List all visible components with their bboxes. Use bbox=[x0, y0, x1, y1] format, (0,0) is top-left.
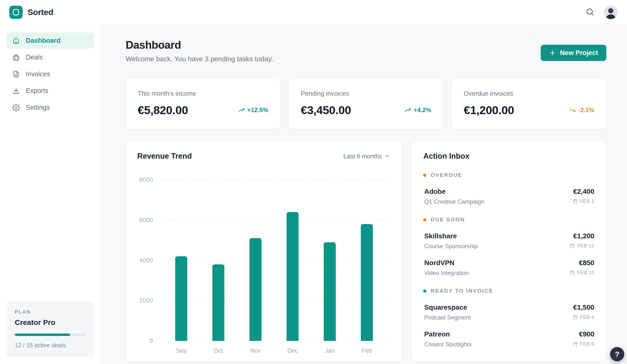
plan-progress-track bbox=[15, 333, 86, 336]
stat-card: Pending invoices€3,450.00+4.2% bbox=[289, 78, 443, 129]
calendar-icon bbox=[573, 341, 578, 347]
app-logo[interactable]: Sorted bbox=[9, 6, 53, 19]
calendar-icon bbox=[570, 243, 575, 248]
revenue-trend-title: Revenue Trend bbox=[137, 152, 192, 160]
inbox-item-adobe[interactable]: AdobeQ1 Creative Campaign€2,400FEB 1 bbox=[423, 188, 595, 205]
trending-up-icon bbox=[238, 107, 245, 114]
squircle-icon bbox=[9, 6, 23, 19]
stat-value: €1,200.00 bbox=[464, 103, 514, 117]
topbar-actions bbox=[585, 5, 618, 19]
app-root: Sorted DashboardDealsInvoicesEx bbox=[0, 0, 627, 364]
bar-slot: Nov bbox=[237, 180, 274, 341]
inbox-section-ready-to-invoice: READY TO INVOICESquarespacePodcast Segme… bbox=[423, 288, 595, 348]
help-button[interactable]: ? bbox=[610, 347, 624, 361]
bar-slot: Feb bbox=[348, 180, 386, 341]
page-header: Dashboard Welcome back. You have 3 pendi… bbox=[126, 39, 606, 63]
y-axis-tick: 4000 bbox=[137, 257, 153, 264]
inbox-item-skillshare[interactable]: SkillshareCourse Sponsorship€1,200FEB 12 bbox=[423, 232, 595, 250]
sidebar: DashboardDealsInvoicesExportsSettings PL… bbox=[0, 25, 101, 364]
inbox-item-left: AdobeQ1 Creative Campaign bbox=[424, 188, 484, 205]
settings-icon bbox=[12, 104, 20, 111]
inbox-section-overdue: OVERDUEAdobeQ1 Creative Campaign€2,400FE… bbox=[423, 172, 595, 205]
stat-card: This month's income€5,820.00+12.5% bbox=[126, 78, 280, 129]
inbox-item-left: NordVPNVideo Integration bbox=[424, 259, 469, 276]
revenue-panel-header: Revenue Trend Last 6 months bbox=[137, 152, 390, 160]
client-name: Squarespace bbox=[424, 304, 470, 311]
sidebar-item-label: Exports bbox=[26, 87, 49, 95]
due-date-text: FEB 1 bbox=[580, 198, 594, 204]
page-header-text: Dashboard Welcome back. You have 3 pendi… bbox=[126, 39, 273, 63]
due-date-text: FEB 15 bbox=[577, 269, 594, 275]
due-date: FEB 15 bbox=[570, 269, 594, 275]
export-icon bbox=[12, 87, 20, 95]
y-axis-tick: 6000 bbox=[137, 217, 153, 223]
calendar-icon bbox=[570, 270, 575, 275]
project-name: Podcast Segment bbox=[424, 314, 470, 321]
section-label: DUE SOON bbox=[430, 216, 465, 223]
bar-jan bbox=[324, 242, 336, 341]
chevron-down-icon bbox=[384, 153, 390, 159]
invoice-amount: €850 bbox=[570, 259, 594, 267]
y-axis-tick: 0 bbox=[137, 338, 153, 344]
new-project-button[interactable]: New Project bbox=[541, 45, 606, 61]
due-date: FEB 1 bbox=[573, 198, 594, 204]
trending-up-icon bbox=[404, 107, 411, 114]
x-axis-label: Feb bbox=[362, 347, 372, 354]
home-icon bbox=[12, 37, 20, 45]
sidebar-item-exports[interactable]: Exports bbox=[6, 83, 94, 99]
inbox-item-left: PatreonCreator Spotlights bbox=[424, 330, 471, 348]
bar-slot: Oct bbox=[200, 180, 237, 341]
section-label: OVERDUE bbox=[430, 172, 462, 178]
sidebar-item-dashboard[interactable]: Dashboard bbox=[6, 32, 94, 49]
sidebar-item-label: Deals bbox=[26, 53, 43, 61]
invoice-amount: €1,200 bbox=[570, 232, 594, 240]
x-axis-label: Oct bbox=[214, 347, 223, 354]
stat-label: Pending invoices bbox=[301, 90, 431, 97]
inbox-section-due-soon: DUE SOONSkillshareCourse Sponsorship€1,2… bbox=[423, 216, 595, 276]
y-axis-tick: 2000 bbox=[137, 297, 153, 304]
sidebar-item-invoices[interactable]: Invoices bbox=[6, 66, 94, 82]
inbox-item-left: SkillshareCourse Sponsorship bbox=[424, 232, 477, 250]
search-icon bbox=[585, 7, 595, 17]
due-date-text: FEB 8 bbox=[580, 341, 594, 347]
section-header: OVERDUE bbox=[423, 172, 595, 178]
stat-label: This month's income bbox=[138, 90, 268, 97]
stat-card: Overdue invoices€1,200.00-2.1% bbox=[452, 78, 606, 129]
stat-trend: -2.1% bbox=[569, 106, 594, 114]
project-name: Video Integration bbox=[424, 269, 469, 276]
inbox-item-right: €850FEB 15 bbox=[570, 259, 594, 275]
page-title: Dashboard bbox=[126, 39, 273, 51]
plus-icon bbox=[549, 50, 556, 56]
stat-trend-value: +4.2% bbox=[414, 106, 431, 114]
user-avatar[interactable] bbox=[604, 5, 618, 19]
stat-trend: +12.5% bbox=[238, 106, 268, 114]
inbox-item-nordvpn[interactable]: NordVPNVideo Integration€850FEB 15 bbox=[423, 259, 595, 276]
inbox-panel-header: Action Inbox bbox=[423, 152, 595, 160]
status-dot bbox=[423, 289, 426, 293]
inbox-item-left: SquarespacePodcast Segment bbox=[424, 304, 470, 321]
search-button[interactable] bbox=[585, 7, 595, 17]
sidebar-item-deals[interactable]: Deals bbox=[6, 49, 94, 65]
sidebar-item-settings[interactable]: Settings bbox=[6, 99, 94, 116]
calendar-icon bbox=[573, 199, 578, 204]
range-selector[interactable]: Last 6 months bbox=[343, 153, 390, 160]
project-name: Q1 Creative Campaign bbox=[424, 198, 484, 205]
gridline bbox=[160, 341, 387, 341]
inbox-item-squarespace[interactable]: SquarespacePodcast Segment€1,500FEB 6 bbox=[423, 304, 595, 321]
status-dot bbox=[423, 218, 426, 221]
bar-sep bbox=[175, 256, 187, 341]
stat-row: €1,200.00-2.1% bbox=[464, 103, 594, 117]
stat-value: €5,820.00 bbox=[138, 103, 188, 117]
help-label: ? bbox=[615, 350, 619, 358]
inbox-item-patreon[interactable]: PatreonCreator Spotlights€900FEB 8 bbox=[423, 330, 595, 348]
bar-slot: Jan bbox=[311, 180, 348, 341]
page-subtitle: Welcome back. You have 3 pending tasks t… bbox=[126, 55, 273, 63]
due-date-text: FEB 12 bbox=[577, 243, 594, 249]
invoice-amount: €2,400 bbox=[573, 188, 594, 196]
stat-row: €5,820.00+12.5% bbox=[138, 103, 268, 117]
status-dot bbox=[423, 174, 426, 177]
action-inbox-panel: Action Inbox OVERDUEAdobeQ1 Creative Cam… bbox=[412, 141, 606, 362]
section-header: DUE SOON bbox=[423, 216, 595, 223]
stat-trend-value: -2.1% bbox=[578, 106, 594, 114]
main-content: Dashboard Welcome back. You have 3 pendi… bbox=[101, 25, 627, 364]
